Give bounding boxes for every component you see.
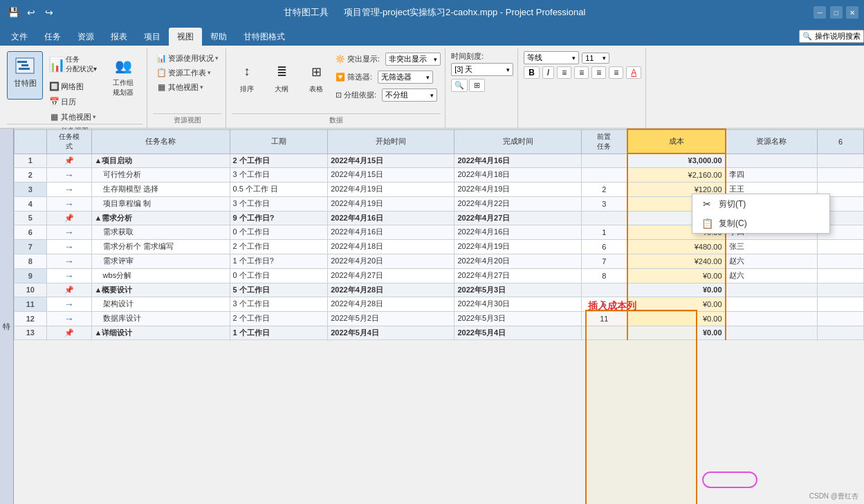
- header-duration[interactable]: 工期: [230, 129, 328, 153]
- timescale-select[interactable]: [3] 天 ▾: [451, 63, 513, 76]
- cell-taskname: wbs分解: [91, 268, 230, 283]
- cell-finishtime: 2022年5月3日: [454, 311, 581, 326]
- maximize-btn[interactable]: □: [830, 6, 843, 19]
- menu-item-剪切t[interactable]: ✂剪切(T): [692, 194, 829, 214]
- cell-taskname: ▲项目启动: [91, 153, 230, 167]
- workgroup-planner-btn[interactable]: 👥 工作组规划器: [104, 51, 143, 101]
- cell-duration: 0 个工作日: [230, 268, 328, 283]
- redo-btn[interactable]: ↪: [42, 5, 57, 20]
- table-row[interactable]: 8→需求评审1 个工作日?2022年4月20日2022年4月20日7¥240.0…: [15, 254, 864, 268]
- network-btn[interactable]: 🔲 网络图: [46, 80, 101, 93]
- header-predecessors[interactable]: 前置任务: [581, 129, 627, 153]
- task-dist-btn[interactable]: 📊 任务分配状况▾: [46, 51, 101, 79]
- cell-cost: ¥0.00: [627, 283, 726, 297]
- cell-rownum: 3: [15, 182, 47, 196]
- header-starttime[interactable]: 开始时间: [328, 129, 454, 153]
- sort-btn[interactable]: ↕ 排序: [232, 57, 262, 97]
- table-row[interactable]: 1📌▲项目启动2 个工作日2022年4月15日2022年4月16日¥3,000.…: [15, 153, 864, 167]
- italic-btn[interactable]: I: [542, 66, 554, 79]
- tab-task[interactable]: 任务: [36, 28, 69, 46]
- highlight-select[interactable]: 非突出显示 ▾: [385, 53, 441, 66]
- cell-predecessors: 3: [581, 196, 627, 211]
- outline-icon: ≣: [270, 61, 293, 83]
- ribbon: 甘特图 📊 任务分配状况▾ 🔲 网络图 📅 日历: [0, 46, 864, 129]
- table-row[interactable]: 13📌▲详细设计1 个工作日2022年5月4日2022年5月4日¥0.00: [15, 326, 864, 339]
- workgroup-icon: 👥: [112, 55, 134, 77]
- cell-rownum: 1: [15, 153, 47, 167]
- cell-duration: 1 个工作日: [230, 326, 328, 339]
- font-color-btn[interactable]: A: [626, 66, 641, 79]
- group-select[interactable]: 不分组 ▾: [382, 88, 437, 102]
- cell-resourcenames: 赵六: [726, 268, 818, 283]
- header-resourcenames[interactable]: 资源名称: [726, 129, 818, 153]
- menu-item-复制c[interactable]: 📋复制(C): [692, 214, 829, 233]
- cell-duration: 0.5 个工作 日: [230, 182, 328, 196]
- window-controls[interactable]: ─ □ ✕: [812, 6, 858, 19]
- filter-select[interactable]: 无筛选器 ▾: [378, 71, 433, 84]
- timescale-search-btn[interactable]: 🔍: [451, 79, 468, 92]
- tab-file[interactable]: 文件: [3, 28, 36, 46]
- menu-item-label: 剪切(T): [719, 198, 746, 210]
- cell-taskmode: 📌: [46, 153, 91, 167]
- table-row[interactable]: 10📌▲概要设计5 个工作日2022年4月28日2022年5月3日¥0.00: [15, 283, 864, 297]
- cell-extra: [818, 239, 864, 254]
- table-row[interactable]: 2→可行性分析3 个工作日2022年4月15日2022年4月18日¥2,160.…: [15, 167, 864, 182]
- other-view-btn[interactable]: ▦ 其他视图 ▾: [46, 110, 101, 124]
- header-finishtime[interactable]: 完成时间: [454, 129, 581, 153]
- align-right-btn[interactable]: ≡: [591, 66, 606, 79]
- table-area: 插入成本列 任务模式 任务名称 工期 开始时间 完成时间 前置任务 成本 资源名…: [14, 129, 864, 504]
- table-header-row: 任务模式 任务名称 工期 开始时间 完成时间 前置任务 成本 资源名称 6: [15, 129, 864, 153]
- resource-usage-btn[interactable]: 📊 资源使用状况 ▾: [153, 51, 221, 65]
- gantt-btn[interactable]: 甘特图: [7, 51, 43, 100]
- watermark: CSDN @曹红杏: [809, 492, 858, 501]
- cell-taskname: 项目章程编 制: [91, 196, 230, 211]
- calendar-btn[interactable]: 📅 日历: [46, 95, 101, 109]
- header-col6[interactable]: 6: [818, 129, 864, 153]
- align-center-btn[interactable]: ≡: [574, 66, 589, 79]
- outline-btn[interactable]: ≣ 大纲: [266, 57, 297, 97]
- header-cost[interactable]: 成本: [627, 129, 726, 153]
- table-row[interactable]: 11→架构设计3 个工作日2022年4月28日2022年4月30日5¥0.00: [15, 297, 864, 311]
- table-row[interactable]: 12→数据库设计2 个工作日2022年5月2日2022年5月3日11¥0.00: [15, 311, 864, 326]
- tab-help[interactable]: 帮助: [202, 28, 235, 46]
- undo-btn[interactable]: ↩: [24, 5, 39, 20]
- cell-extra: [818, 326, 864, 339]
- resource-worktable-btn[interactable]: 📋 资源工作表 ▾: [153, 66, 221, 80]
- table-row[interactable]: 9→wbs分解0 个工作日2022年4月27日2022年4月27日8¥0.00赵…: [15, 268, 864, 283]
- cell-taskname: ▲需求分析: [91, 211, 230, 225]
- side-label: 甘 特 图: [0, 129, 14, 504]
- cell-taskmode: →: [46, 196, 91, 211]
- table-row[interactable]: 7→需求分析个 需求编写2 个工作日2022年4月18日2022年4月19日6¥…: [15, 239, 864, 254]
- table-body: 1📌▲项目启动2 个工作日2022年4月15日2022年4月16日¥3,000.…: [15, 153, 864, 339]
- cell-extra: [818, 311, 864, 326]
- menu-item-label: 复制(C): [719, 218, 747, 230]
- font-name-select[interactable]: 等线 ▾: [524, 51, 579, 64]
- table-icon: ⊞: [305, 61, 327, 83]
- resource-other-view-btn[interactable]: ▦ 其他视图 ▾: [153, 80, 221, 94]
- cell-resourcenames: [726, 283, 818, 297]
- cell-duration: 3 个工作日: [230, 196, 328, 211]
- cell-finishtime: 2022年4月16日: [454, 225, 581, 239]
- tab-project[interactable]: 项目: [136, 28, 169, 46]
- align-left-btn[interactable]: ≡: [557, 66, 571, 79]
- bold-btn[interactable]: B: [524, 66, 540, 79]
- align-justify-btn[interactable]: ≡: [609, 66, 623, 79]
- header-taskname[interactable]: 任务名称: [91, 129, 230, 153]
- save-icon[interactable]: 💾: [6, 5, 21, 20]
- tab-report[interactable]: 报表: [102, 28, 136, 46]
- tab-view[interactable]: 视图: [169, 28, 202, 46]
- timescale-zoom-btn[interactable]: ⊞: [469, 79, 485, 92]
- cell-resourcenames: 张三: [726, 239, 818, 254]
- operation-search[interactable]: 🔍 操作说明搜索: [799, 30, 864, 43]
- tab-gantt-format[interactable]: 甘特图格式: [235, 28, 293, 46]
- header-taskmode[interactable]: 任务模式: [46, 129, 91, 153]
- cell-cost: ¥0.00: [627, 326, 726, 339]
- cell-starttime: 2022年5月2日: [328, 311, 454, 326]
- minimize-btn[interactable]: ─: [814, 6, 826, 19]
- close-btn[interactable]: ✕: [846, 6, 858, 19]
- font-size-select[interactable]: 11 ▾: [582, 53, 609, 64]
- table-btn[interactable]: ⊞ 表格: [301, 57, 331, 97]
- data-group-label: 数据: [232, 113, 441, 127]
- cell-predecessors: [581, 283, 627, 297]
- tab-resource[interactable]: 资源: [69, 28, 102, 46]
